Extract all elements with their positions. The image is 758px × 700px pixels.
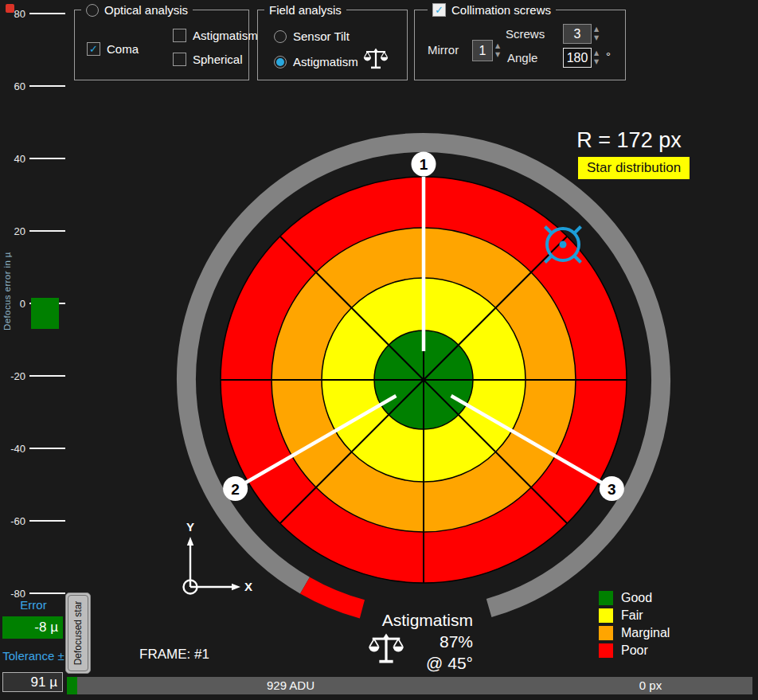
optical-analysis-radio[interactable] (86, 4, 99, 17)
mirror-value[interactable]: 1 (472, 40, 493, 61)
mirror-spinner: 1 ▲ ▼ (472, 40, 500, 61)
legend-label: Poor (621, 643, 648, 658)
coma-checkbox[interactable] (87, 42, 100, 56)
angle-value[interactable]: 180 (563, 48, 592, 68)
tick-line (29, 375, 65, 377)
tick-line (29, 448, 65, 449)
frame-counter: FRAME: #1 (139, 647, 209, 663)
tick-label: 40 (2, 153, 25, 165)
quality-legend: GoodFairMarginalPoor (599, 591, 670, 661)
tolerance-label: Tolerance ± (1, 649, 66, 663)
radius-readout: R = 172 px (557, 128, 701, 153)
field-astigmatism-radio[interactable] (274, 56, 287, 68)
defocus-tick--60: -60 (2, 514, 65, 527)
spherical-checkbox[interactable] (173, 53, 186, 66)
groupbox-field-analysis: Field analysis Sensor Tilt Astigmatism (257, 10, 408, 80)
tick-label: -60 (2, 515, 25, 527)
legend-label: Fair (621, 608, 643, 623)
defocus-tick-60: 60 (2, 80, 65, 92)
angle-up-arrow[interactable]: ▲ (594, 50, 599, 57)
tolerance-value[interactable]: 91 µ (2, 672, 63, 692)
legend-swatch (599, 643, 613, 658)
screw-marker-2: 2 (223, 476, 248, 501)
optical-analysis-header: Optical analysis (81, 2, 193, 18)
legend-label: Marginal (621, 626, 670, 640)
app-window: Optical analysis Coma Astigmatism Spheri… (0, 0, 758, 700)
screws-spinner: 3 ▲ ▼ (563, 24, 599, 44)
screws-value[interactable]: 3 (563, 24, 592, 44)
adu-readout: 929 ADU (227, 677, 354, 694)
groupbox-collimation-screws: Collimation screws Mirror 1 ▲ ▼ Screws 3… (414, 10, 626, 80)
error-label: Error (2, 598, 64, 612)
tick-label: 80 (2, 8, 25, 20)
defocus-error-bar (31, 298, 59, 329)
defocused-star-tab-label: Defocused star (72, 601, 84, 666)
legend-swatch (599, 591, 613, 605)
field-astigmatism-label: Astigmatism (293, 55, 358, 68)
spherical-label: Spherical (193, 53, 243, 66)
sensor-tilt-label: Sensor Tilt (293, 29, 350, 43)
defocus-tick-40: 40 (2, 152, 65, 165)
defocus-tick--40: -40 (2, 442, 65, 455)
mirror-down-arrow[interactable]: ▼ (495, 52, 500, 58)
defocus-tick-20: 20 (2, 225, 65, 237)
tick-label: 20 (2, 225, 25, 237)
field-analysis-header: Field analysis (264, 2, 346, 18)
screws-up-arrow[interactable]: ▲ (594, 26, 599, 33)
mirror-label: Mirror (428, 43, 459, 57)
error-value: -8 µ (2, 616, 63, 639)
mirror-up-arrow[interactable]: ▲ (495, 43, 500, 49)
astigmatism-percent: 87% (342, 631, 473, 652)
scales-icon (363, 47, 389, 71)
optical-analysis-title: Optical analysis (104, 2, 188, 18)
screw-marker-1: 1 (412, 152, 436, 177)
astigmatism-angle: @ 45° (342, 652, 473, 674)
legend-swatch (599, 626, 613, 640)
tick-line (29, 158, 65, 159)
angle-label: Angle (507, 51, 537, 65)
field-analysis-title: Field analysis (269, 2, 342, 18)
screw-marker-3: 3 (600, 476, 624, 501)
star-distribution-button[interactable]: Star distribution (578, 157, 690, 179)
legend-label: Good (621, 591, 652, 605)
angle-down-arrow[interactable]: ▼ (594, 59, 599, 65)
tick-label: -40 (2, 443, 25, 455)
astigmatism-checkbox[interactable] (173, 29, 186, 42)
px-readout: 0 px (587, 677, 714, 694)
defocus-tick--20: -20 (2, 370, 65, 382)
tick-label: -20 (2, 370, 25, 382)
defocus-axis-label: Defocus error in µ (2, 252, 12, 330)
adu-progress-fill (67, 677, 77, 694)
angle-spinner: 180 ▲ ▼ (563, 48, 599, 68)
groupbox-optical-analysis: Optical analysis Coma Astigmatism Spheri… (74, 10, 249, 80)
angle-unit: ° (606, 49, 611, 63)
legend-row-marginal: Marginal (599, 626, 670, 640)
tick-line (29, 85, 65, 87)
x-arrow-head (232, 584, 240, 590)
xy-axes-indicator: Y X (174, 516, 257, 596)
astigmatism-result-title: Astigmatism (342, 609, 473, 631)
tick-label: 60 (2, 80, 25, 92)
collimation-screws-title: Collimation screws (451, 2, 551, 18)
tick-line (29, 520, 65, 522)
y-axis-label: Y (186, 520, 194, 534)
coma-label: Coma (107, 42, 139, 56)
outer-ring-red-segment (305, 585, 362, 609)
svg-text:3: 3 (608, 481, 616, 498)
defocused-star-tab[interactable]: Defocused star (65, 592, 91, 674)
sensor-tilt-radio[interactable] (274, 30, 287, 43)
legend-row-fair: Fair (599, 608, 670, 623)
legend-row-good: Good (599, 591, 670, 605)
svg-text:1: 1 (420, 156, 428, 173)
y-arrow-head (187, 537, 193, 546)
collimation-screws-header: Collimation screws (428, 2, 556, 18)
legend-swatch (599, 608, 613, 623)
astigmatism-label: Astigmatism (193, 29, 258, 42)
svg-text:2: 2 (231, 481, 240, 498)
scales-icon-large (368, 632, 404, 666)
status-bar: 929 ADU 0 px (67, 677, 752, 694)
tick-line (29, 230, 65, 232)
legend-row-poor: Poor (599, 643, 670, 658)
screws-down-arrow[interactable]: ▼ (594, 35, 599, 41)
collimation-screws-checkbox[interactable] (432, 3, 446, 17)
